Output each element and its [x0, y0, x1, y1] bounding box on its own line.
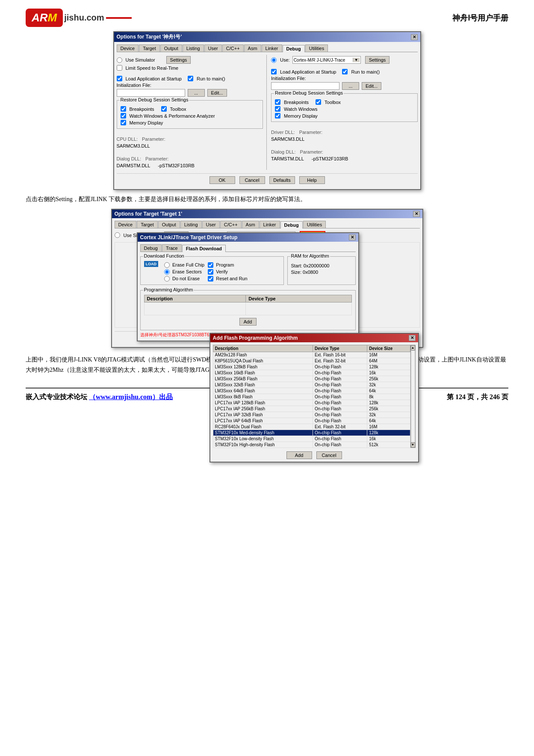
flash-table-row[interactable]: LM3Sxxx 128kB FlashOn-chip Flash128k: [213, 364, 410, 370]
flash-table-row[interactable]: LPC17xx IAP 128kB FlashOn-chip Flash128k: [213, 400, 410, 406]
init-right-edit-btn[interactable]: Edit...: [362, 82, 381, 90]
flash-table-row[interactable]: LPC17xx IAP 32kB FlashOn-chip Flash32k: [213, 412, 410, 418]
dialog2-close-btn[interactable]: ✕: [413, 211, 420, 217]
flash-cell-size: 16k: [367, 370, 410, 376]
use-right-row: Use: Cortex-M/R J-LINK/J-Trace ▼ Setting…: [271, 56, 418, 64]
jlink-close-btn[interactable]: ✕: [349, 234, 356, 240]
flash-table-row[interactable]: K8P5615UQA Dual FlashExt. Flash 32-bit64…: [213, 358, 410, 364]
reset-run-check[interactable]: [208, 276, 213, 282]
tab-asm[interactable]: Asm: [244, 44, 261, 52]
memory-check-right[interactable]: [275, 113, 280, 119]
d2-tab-device[interactable]: Device: [115, 221, 137, 228]
flash-table-row[interactable]: LM3Sxxx 8kB FlashOn-chip Flash8k: [213, 394, 410, 400]
init-right-browse-btn[interactable]: ...: [342, 82, 359, 90]
right-settings-btn[interactable]: Settings: [365, 56, 390, 64]
limit-speed-label: Limit Speed to Real-Time: [126, 65, 179, 71]
d2-tab-asm[interactable]: Asm: [242, 221, 259, 228]
erase-sectors-row: Erase Sectors: [164, 269, 204, 275]
run-main-check[interactable]: [188, 76, 193, 81]
tab-debug[interactable]: Debug: [283, 45, 305, 52]
dialog1-defaults-btn[interactable]: Defaults: [269, 176, 295, 184]
tab-target[interactable]: Target: [139, 44, 160, 52]
flash-table-row[interactable]: RC28F640Jx Dual FlashExt. Flash 32-bit16…: [213, 424, 410, 430]
load-icon: LOAD: [144, 261, 159, 267]
tab-utilities[interactable]: Utilities: [305, 44, 328, 52]
jlink-tab-debug[interactable]: Debug: [140, 244, 162, 252]
flash-table-row[interactable]: LPC17xx IAP 64kB FlashOn-chip Flash64k: [213, 418, 410, 424]
load-app-check[interactable]: [117, 76, 122, 81]
watch-check-left[interactable]: [121, 113, 126, 119]
do-not-erase-radio[interactable]: [164, 276, 170, 282]
left-settings-btn[interactable]: Settings: [166, 56, 191, 64]
dialog-dll-param-value-left: -pSTM32F103RB: [158, 163, 195, 168]
flash-table-row[interactable]: LM3Sxxx 32kB FlashOn-chip Flash32k: [213, 382, 410, 388]
d2-tab-utilities[interactable]: Utilities: [303, 221, 326, 228]
flash-table-row[interactable]: AM29x128 FlashExt. Flash 16-bit16M: [213, 352, 410, 358]
jlink-tab-flash[interactable]: Flash Download: [182, 245, 226, 252]
d2-tab-linker[interactable]: Linker: [260, 221, 280, 228]
breakpoints-check-left[interactable]: [121, 106, 126, 112]
algo-add-btn[interactable]: Add: [239, 318, 257, 326]
flash-table-row[interactable]: LM3Sxxx 16kB FlashOn-chip Flash16k: [213, 370, 410, 376]
run-main-right-check[interactable]: [342, 69, 348, 74]
flash-close-btn[interactable]: ✕: [409, 335, 416, 341]
dialog1-cancel-btn[interactable]: Cancel: [239, 176, 265, 184]
dialog1-ok-btn[interactable]: OK: [209, 176, 235, 184]
memory-check-left[interactable]: [121, 120, 126, 125]
breakpoints-check-right[interactable]: [275, 99, 280, 105]
flash-cancel-btn[interactable]: Cancel: [316, 451, 342, 459]
tab-output[interactable]: Output: [160, 44, 182, 52]
tab-cpp[interactable]: C/C++: [222, 44, 244, 52]
d2-tab-output[interactable]: Output: [158, 221, 180, 228]
load-app-right-check[interactable]: [271, 69, 277, 74]
tab-user[interactable]: User: [204, 44, 222, 52]
flash-table-row[interactable]: STM32F10x High-density FlashOn-chip Flas…: [213, 442, 410, 448]
toolbox-check-left[interactable]: [161, 106, 167, 112]
tab-listing[interactable]: Listing: [183, 44, 204, 52]
scroll-up-btn[interactable]: ▲: [411, 345, 415, 350]
cortex-dropdown[interactable]: Cortex-M/R J-LINK/J-Trace ▼: [292, 56, 361, 64]
init-edit-btn[interactable]: Edit...: [207, 89, 227, 97]
d2-tab-debug[interactable]: Debug: [280, 221, 303, 228]
flash-table-row[interactable]: LM3Sxxx 256kB FlashOn-chip Flash256k: [213, 376, 410, 382]
logo-jishu-text: jishu.com: [64, 13, 104, 23]
flash-scrollbar[interactable]: ▲ ▼: [410, 345, 416, 448]
scroll-down-btn[interactable]: ▼: [411, 442, 415, 448]
init-file-label: Initialization File:: [117, 83, 151, 88]
d2-use-sim-radio[interactable]: [115, 232, 120, 238]
limit-speed-check[interactable]: [117, 65, 122, 71]
init-file-input[interactable]: [117, 89, 185, 97]
flash-cell-type: Ext. Flash 32-bit: [313, 424, 367, 430]
flash-add-btn[interactable]: Add: [286, 451, 312, 459]
toolbox-check-right[interactable]: [316, 99, 321, 105]
jlink-tab-trace[interactable]: Trace: [162, 244, 182, 252]
watch-check-right[interactable]: [275, 106, 280, 112]
erase-full-radio[interactable]: [164, 262, 170, 268]
footer-link[interactable]: （www.armjishu.com）出品: [89, 393, 173, 400]
d2-tab-target[interactable]: Target: [137, 221, 158, 228]
use-simulator-radio[interactable]: [117, 57, 122, 63]
programming-algo-group: Programming Algorithm Description Device…: [140, 290, 356, 330]
logo-box: ARM: [26, 9, 63, 27]
init-browse-btn[interactable]: ...: [188, 89, 205, 97]
flash-table-row[interactable]: STM32F10x Low-density FlashOn-chip Flash…: [213, 436, 410, 442]
dialog1-close-btn[interactable]: ✕: [411, 34, 418, 40]
d2-tab-cpp[interactable]: C/C++: [220, 221, 242, 228]
flash-table-row[interactable]: STM32F10x Med-density FlashOn-chip Flash…: [213, 430, 410, 436]
limit-speed-row: Limit Speed to Real-Time: [117, 65, 263, 71]
flash-table-row[interactable]: LPC17xx IAP 256kB FlashOn-chip Flash256k: [213, 406, 410, 412]
d2-tab-user[interactable]: User: [202, 221, 220, 228]
program-check[interactable]: [208, 262, 213, 268]
flash-table-row[interactable]: LM3Sxxx 64kB FlashOn-chip Flash64k: [213, 388, 410, 394]
init-file-input-row: ... Edit...: [117, 89, 263, 97]
d2-tab-listing[interactable]: Listing: [180, 221, 202, 228]
erase-sectors-radio[interactable]: [164, 269, 170, 275]
tab-linker[interactable]: Linker: [262, 44, 282, 52]
use-right-radio[interactable]: [271, 57, 277, 63]
tab-device[interactable]: Device: [117, 44, 139, 52]
verify-check[interactable]: [208, 269, 213, 275]
dialog1-help-btn[interactable]: Help: [299, 176, 325, 184]
jlink-content: Debug Trace Flash Download Download Func…: [138, 242, 358, 341]
init-file-right-input[interactable]: [271, 82, 339, 90]
ram-algo-group: RAM for Algorithm Start: 0x20000000 Size…: [287, 256, 356, 285]
